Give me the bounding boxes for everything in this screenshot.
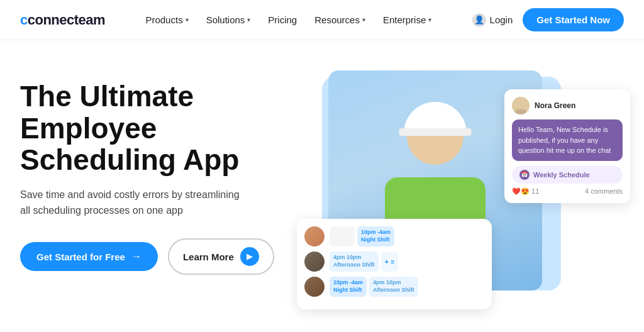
schedule-cell-shift: 4pm 10pm Afternoon Shift bbox=[369, 277, 418, 296]
schedule-row: 10pm -4am Night Shift 4pm 10pm Afternoon… bbox=[304, 277, 484, 297]
nav-links: Products ▾ Solutions ▾ Pricing Resources… bbox=[145, 14, 431, 25]
nav-pricing[interactable]: Pricing bbox=[268, 14, 297, 25]
schedule-cell-empty bbox=[330, 226, 355, 246]
get-started-free-button[interactable]: Get Started for Free → bbox=[20, 242, 158, 271]
shift-time: 10pm -4am bbox=[361, 229, 391, 236]
nav-products[interactable]: Products ▾ bbox=[145, 14, 188, 25]
schedule-cell-shift: 10pm -4am Night Shift bbox=[330, 277, 367, 296]
hero-right: Nora Green Hello Team, New Schedule is p… bbox=[309, 70, 624, 322]
hero-subtitle: Save time and avoid costly errors by str… bbox=[20, 187, 247, 219]
chat-header: Nora Green bbox=[512, 97, 623, 114]
calendar-icon: 📅 bbox=[519, 170, 530, 180]
schedule-row: 10pm -4am Night Shift bbox=[304, 226, 484, 246]
avatar bbox=[512, 97, 530, 114]
shift-name: Night Shift bbox=[333, 287, 363, 294]
nav-enterprise[interactable]: Enterprise ▾ bbox=[383, 14, 431, 25]
logo-c: c bbox=[20, 12, 28, 28]
chevron-down-icon: ▾ bbox=[428, 16, 431, 23]
chevron-down-icon: ▾ bbox=[247, 16, 250, 23]
play-icon: ▶ bbox=[240, 247, 259, 266]
chat-popup: Nora Green Hello Team, New Schedule is p… bbox=[504, 89, 630, 203]
shift-time: 10pm -4am bbox=[333, 279, 363, 287]
avatar bbox=[304, 277, 325, 297]
user-icon: 👤 bbox=[472, 13, 486, 27]
hero-buttons: Get Started for Free → Learn More ▶ bbox=[20, 238, 284, 275]
chat-reactions: ❤️😍 11 4 comments bbox=[512, 187, 623, 196]
chat-message: Hello Team, New Schedule is published, i… bbox=[512, 119, 623, 161]
hero-section: The Ultimate Employee Scheduling App Sav… bbox=[0, 40, 644, 332]
chevron-down-icon: ▾ bbox=[362, 16, 365, 23]
nav-right: 👤 Login Get Started Now bbox=[472, 8, 624, 31]
schedule-cells: 4pm 10pm Afternoon Shift + ≡ bbox=[330, 252, 484, 271]
chat-cta-button[interactable]: 📅 Weekly Schedule bbox=[512, 166, 623, 184]
login-button[interactable]: 👤 Login bbox=[472, 13, 513, 27]
schedule-cell-add[interactable]: + ≡ bbox=[381, 252, 399, 271]
navbar: cconnecteam Products ▾ Solutions ▾ Prici… bbox=[0, 0, 644, 40]
nav-resources[interactable]: Resources ▾ bbox=[314, 14, 365, 25]
logo[interactable]: cconnecteam bbox=[20, 12, 105, 28]
svg-point-1 bbox=[514, 109, 527, 114]
shift-time: 4pm 10pm bbox=[333, 254, 375, 262]
helmet-brim bbox=[399, 128, 472, 136]
chat-sender-name: Nora Green bbox=[535, 101, 575, 110]
avatar bbox=[304, 252, 325, 272]
learn-more-button[interactable]: Learn More ▶ bbox=[168, 238, 274, 275]
schedule-row: 4pm 10pm Afternoon Shift + ≡ bbox=[304, 252, 484, 272]
chevron-down-icon: ▾ bbox=[186, 16, 189, 23]
shift-name: Afternoon Shift bbox=[333, 262, 375, 269]
hero-left: The Ultimate Employee Scheduling App Sav… bbox=[20, 70, 284, 275]
reactions-count: ❤️😍 11 bbox=[512, 187, 539, 196]
schedule-cell-shift: 4pm 10pm Afternoon Shift bbox=[330, 252, 379, 271]
schedule-cells: 10pm -4am Night Shift 4pm 10pm Afternoon… bbox=[330, 277, 484, 296]
get-started-nav-button[interactable]: Get Started Now bbox=[523, 8, 624, 31]
nav-solutions[interactable]: Solutions ▾ bbox=[206, 14, 251, 25]
arrow-right-icon: → bbox=[131, 251, 142, 262]
comments-count: 4 comments bbox=[585, 187, 623, 195]
avatar bbox=[304, 226, 325, 246]
shift-time: 4pm 10pm bbox=[373, 279, 414, 287]
schedule-card: 10pm -4am Night Shift 4pm 10pm Afternoon… bbox=[297, 219, 492, 309]
svg-point-0 bbox=[517, 99, 525, 107]
schedule-cells: 10pm -4am Night Shift bbox=[330, 226, 484, 246]
shift-name: Afternoon Shift bbox=[373, 287, 414, 294]
shift-name: Night Shift bbox=[361, 236, 391, 244]
schedule-cell-shift: 10pm -4am Night Shift bbox=[357, 226, 394, 246]
hero-title: The Ultimate Employee Scheduling App bbox=[20, 80, 284, 176]
